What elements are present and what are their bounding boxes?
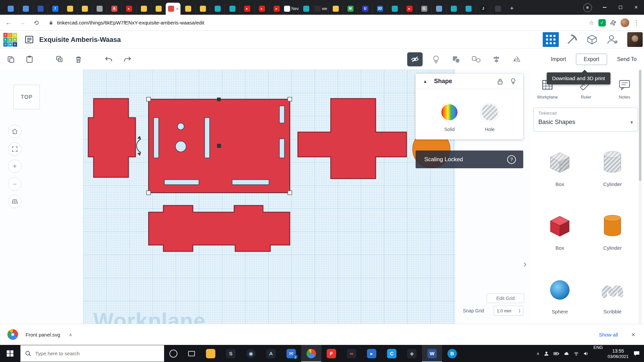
sidebar-scrollbar[interactable] (639, 70, 642, 324)
tray-speaker-icon[interactable] (583, 351, 589, 356)
browser-menu-kebab-icon[interactable]: ⋮ (633, 19, 639, 26)
browser-tab[interactable]: ▸ × (269, 3, 284, 15)
solid-swatch[interactable] (440, 103, 459, 121)
browser-tab[interactable]: ▸ × (402, 3, 417, 15)
browser-profile-avatar[interactable] (621, 18, 629, 27)
sidebar-collapse-chevron[interactable]: › (523, 258, 527, 269)
panel-slot-hole[interactable] (279, 139, 284, 158)
browser-tab[interactable]: 3D × (372, 3, 387, 15)
downloaded-file-name[interactable]: Front panel.svg (25, 332, 60, 338)
browser-tab[interactable]: × (328, 3, 343, 15)
shape-library-box-striped[interactable]: Box (540, 148, 580, 187)
ungroup-button[interactable] (470, 53, 483, 66)
minecraft-pickaxe-icon[interactable] (566, 34, 578, 45)
design-title[interactable]: Exquisite Amberis-Waasa (39, 36, 121, 44)
shape-library-scribble[interactable]: Scribble (592, 276, 633, 314)
download-bar-close-icon[interactable]: × (631, 331, 635, 339)
import-button[interactable]: Import (549, 54, 567, 65)
send-to-button[interactable]: Send To (616, 54, 638, 65)
bookmark-star-icon[interactable]: ☆ (589, 19, 594, 26)
browser-tab[interactable]: J × (476, 3, 490, 15)
taskbar-app[interactable] (301, 345, 321, 362)
lock-scale-icon[interactable] (497, 78, 503, 85)
browser-tab[interactable]: × (166, 3, 180, 15)
fit-view-button[interactable] (8, 142, 21, 156)
browser-tab[interactable]: × (446, 3, 461, 15)
edit-grid-button[interactable]: Edit Grid (487, 294, 524, 303)
shape-library-sphere[interactable]: Sphere (540, 276, 580, 314)
mirror-button[interactable] (510, 53, 523, 66)
panel-round-hole[interactable] (177, 123, 184, 130)
browser-tab[interactable]: × (225, 3, 239, 15)
window-maximize-button[interactable] (612, 0, 628, 15)
browser-tab[interactable]: f × (48, 3, 62, 15)
panel-slot-hole[interactable] (205, 118, 210, 158)
show-all-downloads-button[interactable]: Show all (599, 332, 618, 338)
taskbar-app[interactable]: F (321, 345, 341, 362)
window-close-button[interactable]: × (628, 0, 644, 15)
browser-tab[interactable]: × (299, 3, 313, 15)
duplicate-button[interactable] (53, 53, 66, 66)
new-tab-button[interactable]: + (507, 4, 517, 13)
redo-button[interactable] (121, 53, 134, 66)
tab-close-icon[interactable]: × (176, 6, 179, 11)
shape-red-plate-right[interactable] (298, 99, 407, 179)
scale-handle[interactable] (288, 191, 292, 195)
browser-tab[interactable]: × (151, 3, 166, 15)
taskbar-clock[interactable]: 13:55 03/06/2021 (605, 345, 631, 362)
browser-tab[interactable]: M × (343, 3, 358, 15)
browser-tab[interactable]: × (3, 3, 18, 15)
workplane-view-button[interactable] (8, 195, 21, 208)
forward-button[interactable]: → (17, 17, 28, 28)
browser-tab[interactable]: × (77, 3, 92, 15)
browser-tab[interactable]: A × (107, 3, 121, 15)
browser-tab[interactable]: × (431, 3, 446, 15)
browser-tab[interactable]: × (387, 3, 402, 15)
browser-tab[interactable]: × (33, 3, 48, 15)
home-view-button[interactable] (8, 125, 21, 138)
browser-tab[interactable]: × (180, 3, 195, 15)
hole-swatch[interactable] (481, 103, 499, 121)
copy-button[interactable] (4, 53, 17, 66)
search-input[interactable] (35, 351, 146, 356)
taskbar-app[interactable]: B (442, 345, 462, 362)
toast-help-button[interactable]: ? (507, 155, 516, 164)
height-handle[interactable] (217, 98, 221, 101)
scale-handle[interactable] (288, 97, 292, 101)
taskbar-app[interactable]: ▸ (362, 345, 382, 362)
browser-tab[interactable]: U × (358, 3, 372, 15)
apps-grid-button[interactable] (543, 32, 559, 47)
bricks-icon[interactable] (586, 34, 598, 45)
taskbar-app[interactable]: ◆ (402, 345, 422, 362)
tray-battery-icon[interactable] (553, 351, 559, 356)
browser-tab[interactable]: × (18, 3, 33, 15)
scrollbar-thumb[interactable] (639, 70, 641, 181)
taskbar-app[interactable]: ◉ (241, 345, 261, 362)
inspector-collapse-icon[interactable]: ▲ (423, 79, 427, 84)
invite-person-icon[interactable] (606, 34, 619, 45)
shape-category-dropdown[interactable]: Tinkercad Basic Shapes ▾ (533, 108, 638, 131)
window-minimize-button[interactable] (597, 0, 612, 15)
taskbar-search[interactable] (20, 345, 164, 362)
taskbar-app[interactable] (201, 345, 221, 362)
user-avatar[interactable] (627, 32, 643, 47)
taskbar-app[interactable]: ∞ (341, 345, 362, 362)
paste-button[interactable] (23, 53, 36, 66)
media-controls-button[interactable] (583, 3, 592, 12)
view-cube[interactable]: TOP (13, 85, 40, 109)
browser-tab[interactable]: × (210, 3, 225, 15)
tray-person-icon[interactable] (544, 351, 549, 356)
shape-red-plate-left[interactable] (88, 99, 136, 177)
browser-tab[interactable]: × (92, 3, 107, 15)
visibility-bulb-icon[interactable] (511, 78, 516, 85)
action-center-button[interactable] (631, 345, 644, 362)
browser-tab[interactable]: ▸ × (254, 3, 269, 15)
center-handle[interactable] (217, 144, 221, 148)
cortana-button[interactable] (164, 345, 182, 362)
shape-library-box-red[interactable]: Box (540, 212, 580, 251)
browser-tab[interactable]: × (62, 3, 77, 15)
adblock-extension-icon[interactable]: ✓ (598, 19, 606, 26)
shape-red-plate-bottom[interactable] (149, 205, 290, 251)
taskbar-app[interactable]: S (221, 345, 241, 362)
rotate-handle-icon[interactable] (137, 136, 141, 156)
